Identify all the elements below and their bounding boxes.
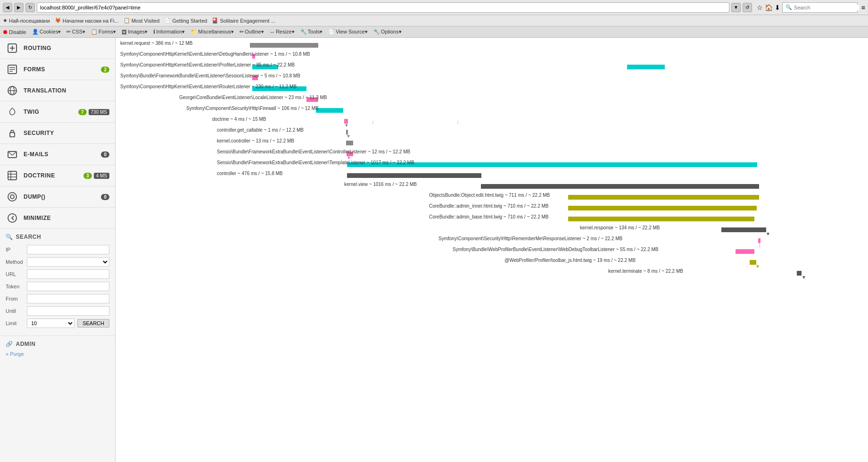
browser-nav: ◀ ▶ ↻ ▼ ↺ ☆ 🏠 ⬇ 🔍 ≡ xyxy=(0,0,868,15)
information-button[interactable]: ℹInformation▾ xyxy=(152,28,186,35)
until-input[interactable] xyxy=(27,306,109,316)
bookmark-most-visited[interactable]: ★ Най-посещавани xyxy=(3,17,50,24)
dev-toolbar: Disable 👤Cookies▾ ✏CSS▾ 📋Forms▾ 🖼Images▾… xyxy=(0,26,868,38)
bookmark-firefox[interactable]: 🦊 Начални насоки на Fi... xyxy=(55,17,119,24)
forms-button[interactable]: 📋Forms▾ xyxy=(90,28,117,35)
forms-icon: 📋 xyxy=(91,29,98,35)
until-field: Until xyxy=(6,306,109,316)
source-icon: 📄 xyxy=(328,29,335,35)
search-input[interactable] xyxy=(794,5,859,10)
card-icon: 🎴 xyxy=(212,17,218,24)
url-input[interactable] xyxy=(27,269,109,279)
timeline-row-kernel-view: kernel.view ~ 1016 ms / ~ 22.2 MB xyxy=(118,181,868,192)
dump-icon xyxy=(6,190,19,203)
web-debug-toolbar-bar xyxy=(736,249,754,254)
url-field: URL xyxy=(6,269,109,279)
admin-section-title: 🔗 ADMIN xyxy=(6,341,109,347)
person-icon: 👤 xyxy=(32,29,39,35)
bookmark-getting-started[interactable]: 📄 Getting Started xyxy=(164,17,207,24)
svg-rect-12 xyxy=(8,171,17,180)
home-icon[interactable]: 🏠 xyxy=(765,4,773,11)
from-input[interactable] xyxy=(27,294,109,303)
doctrine-badge: 3 xyxy=(83,173,92,179)
url-bar[interactable] xyxy=(37,2,729,13)
svg-rect-10 xyxy=(10,133,15,137)
limit-label: Limit xyxy=(6,320,27,326)
corebundle-inner-twig-bar xyxy=(568,206,757,210)
tools-button[interactable]: 🔧Tools▾ xyxy=(299,28,324,35)
miscellaneous-button[interactable]: 📁Miscellaneous▾ xyxy=(189,28,235,35)
view-source-button[interactable]: 📄View Source▾ xyxy=(327,28,369,35)
reload-button[interactable]: ↺ xyxy=(743,3,752,12)
images-button[interactable]: 🖼Images▾ xyxy=(120,28,149,35)
kernel-view-bar xyxy=(481,184,759,189)
search-section-title: 🔍 SEARCH xyxy=(6,234,109,240)
timeline-row-corebundle-inner-twig: CoreBundle::admin_inner.html.twig ~ 710 … xyxy=(118,203,868,213)
limit-select[interactable]: 10 25 50 xyxy=(27,319,74,328)
options-button[interactable]: 🔧Options▾ xyxy=(372,28,403,35)
purge-link[interactable]: » Purge xyxy=(6,351,109,357)
sync-icon[interactable]: ⬇ xyxy=(775,4,780,11)
timeline-row-router-listener: Symfony\Component\HttpKernel\EventListen… xyxy=(118,84,868,94)
bookmarks-bar: ★ Най-посещавани 🦊 Начални насоки на Fi.… xyxy=(0,15,868,26)
routing-label: ROUTING xyxy=(24,45,109,51)
bookmark-most-visited2[interactable]: 📋 Most Visited xyxy=(124,17,160,24)
translation-icon xyxy=(6,84,19,97)
sidebar-item-twig[interactable]: TWIG 7 730 MS xyxy=(0,101,115,123)
resize-icon: ↔ xyxy=(270,29,275,35)
timeline-row-doctrine: doctrine ~ 4 ms / ~ 15 MB ▼ | | xyxy=(118,116,868,126)
timeline-row-debug-handlers: Symfony\Component\HttpKernel\EventListen… xyxy=(118,51,868,61)
search-section: 🔍 SEARCH IP Method GET POST PUT DELETE U… xyxy=(0,229,115,336)
search-bar[interactable]: 🔍 xyxy=(782,2,858,13)
timeline-row-web-debug-toolbar: Symfony\Bundle\WebProfilerBundle\EventLi… xyxy=(118,246,868,257)
timeline-row-kernel-terminate: kernel.terminate ~ 8 ms / ~ 22.2 MB ▼ xyxy=(118,268,868,278)
token-label: Token xyxy=(6,284,27,289)
until-label: Until xyxy=(6,308,27,314)
refresh-button[interactable]: ↻ xyxy=(25,3,35,12)
sidebar-item-security[interactable]: SECURITY xyxy=(0,123,115,144)
content-area[interactable]: .tl-row { position: relative; min-height… xyxy=(116,38,868,462)
menu-icon[interactable]: ≡ xyxy=(861,4,865,11)
method-select[interactable]: GET POST PUT DELETE xyxy=(27,257,109,267)
token-input[interactable] xyxy=(27,282,109,291)
dropdown-button[interactable]: ▼ xyxy=(731,3,741,12)
css-icon: ✏ xyxy=(66,29,71,35)
image-icon: 🖼 xyxy=(122,29,127,35)
bookmark-solitaire[interactable]: 🎴 Solitaire Engagement ... xyxy=(212,17,275,24)
sidebar-item-translation[interactable]: TRANSLATION xyxy=(0,80,115,101)
sidebar-item-routing[interactable]: ROUTING xyxy=(0,38,115,59)
back-button[interactable]: ◀ xyxy=(3,3,12,12)
dump-label: DUMP() xyxy=(24,193,99,200)
outline-button[interactable]: ✏Outline▾ xyxy=(238,28,265,35)
list-icon: 📋 xyxy=(124,17,130,24)
resize-button[interactable]: ↔Resize▾ xyxy=(268,28,296,35)
method-field: Method GET POST PUT DELETE xyxy=(6,257,109,267)
emails-label: E-MAILS xyxy=(24,151,99,158)
disable-button[interactable]: Disable xyxy=(2,29,28,35)
translation-label: TRANSLATION xyxy=(24,87,109,94)
timeline-row-toolbar-js-twig: @WebProfiler/Profiler/toolbar_js.html.tw… xyxy=(118,257,868,268)
css-button[interactable]: ✏CSS▾ xyxy=(65,28,87,35)
ip-input[interactable] xyxy=(27,245,109,254)
forward-button[interactable]: ▶ xyxy=(14,3,24,12)
timeline-row-controller-listener: Sensio\Bundle\FrameworkExtraBundle\Event… xyxy=(118,149,868,159)
bookmark-star-icon[interactable]: ☆ xyxy=(757,4,763,11)
cookies-button[interactable]: 👤Cookies▾ xyxy=(31,28,63,35)
minimize-icon xyxy=(6,211,19,225)
sidebar-item-doctrine[interactable]: DOCTRINE 3 4 MS xyxy=(0,165,115,186)
profiler-listener-bar2 xyxy=(627,65,665,69)
sidebar-item-emails[interactable]: E-MAILS 0 xyxy=(0,144,115,165)
timeline-row-controller: controller ~ 476 ms / ~ 15.8 MB xyxy=(118,170,868,181)
admin-section: 🔗 ADMIN » Purge xyxy=(0,336,115,361)
ip-label: IP xyxy=(6,247,27,252)
search-section-icon: 🔍 xyxy=(6,234,13,240)
sidebar-item-dump[interactable]: DUMP() 0 xyxy=(0,186,115,208)
sidebar-item-minimize[interactable]: MINIMIZE xyxy=(0,208,115,229)
url-label: URL xyxy=(6,271,27,277)
corebundle-base-twig-bar xyxy=(568,217,754,221)
objects-bundle-twig-bar xyxy=(568,195,759,200)
twig-ms-badge: 730 MS xyxy=(89,109,109,115)
sidebar-item-forms[interactable]: FORMS 2 xyxy=(0,59,115,80)
search-button[interactable]: SEARCH xyxy=(77,319,109,328)
options-icon: 🔧 xyxy=(373,29,380,35)
